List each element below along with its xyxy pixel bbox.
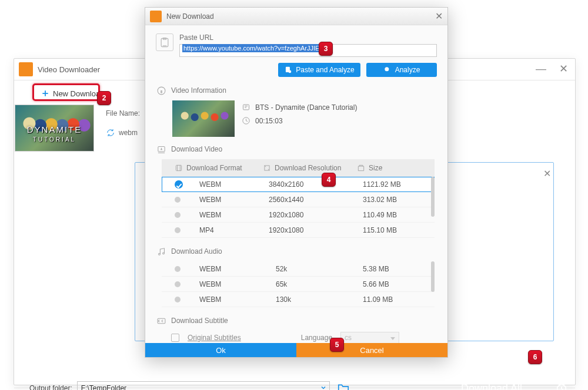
- resolution-icon: [263, 164, 271, 172]
- clock-icon: [242, 116, 250, 125]
- row-bitrate: 65k: [276, 280, 363, 288]
- original-subtitles-label[interactable]: Original Subtitles: [188, 334, 241, 342]
- video-title: BTS - Dynamite (Dance Tutorial): [255, 103, 357, 112]
- row-resolution: 2560x1440: [269, 196, 363, 204]
- row-format: WEBM: [199, 280, 276, 288]
- output-folder-path: F:\TempFolder: [81, 384, 126, 390]
- url-value: https://www.youtube.com/watch?v=fzeghArJ…: [182, 44, 320, 52]
- video-rows: WEBM 3840x2160 1121.92 MB WEBM 2560x1440…: [162, 177, 435, 238]
- section-download-subtitle: Download Subtitle: [156, 315, 437, 326]
- video-info-label: Video Information: [171, 86, 226, 95]
- download-all-label: Download All: [461, 382, 522, 391]
- analyze-label: Analyze: [395, 66, 420, 74]
- paste-analyze-label: Paste and Analyze: [296, 66, 354, 74]
- radio-icon: [175, 281, 181, 287]
- analyze-button[interactable]: Analyze: [366, 63, 437, 77]
- section-video-information: Video Information: [156, 85, 437, 96]
- scrollbar[interactable]: [431, 177, 435, 217]
- svg-point-12: [162, 252, 164, 254]
- size-icon: [357, 164, 365, 172]
- original-subtitles-checkbox[interactable]: [171, 334, 179, 342]
- video-row[interactable]: MP4 1920x1080 115.10 MB: [162, 223, 435, 238]
- browse-folder-button[interactable]: [337, 381, 350, 391]
- download-video-icon: [156, 144, 166, 154]
- language-label: Language: [301, 334, 332, 342]
- plus-icon: [41, 89, 49, 98]
- footer: Output folder: F:\TempFolder Download Al…: [14, 388, 575, 388]
- thumb-overlay: DYNAMITE TUTORIAL: [15, 125, 93, 144]
- row-format: WEBM: [199, 295, 276, 304]
- svg-point-4: [385, 67, 389, 71]
- svg-rect-6: [243, 105, 249, 110]
- radio-icon: [175, 227, 181, 233]
- video-grid-header: Download Format Download Resolution Size: [162, 159, 435, 177]
- audio-row[interactable]: WEBM 65k 5.66 MB: [162, 277, 435, 292]
- scrollbar[interactable]: [431, 261, 435, 292]
- video-row[interactable]: WEBM 1920x1080 110.49 MB: [162, 207, 435, 223]
- svg-point-3: [289, 70, 292, 73]
- queue-item[interactable]: DYNAMITE TUTORIAL File Name: webm: [15, 105, 140, 152]
- video-row[interactable]: WEBM 2560x1440 313.02 MB: [162, 192, 435, 207]
- cc-icon: [156, 315, 166, 326]
- row-resolution: 1920x1080: [269, 211, 363, 219]
- output-folder-label: Output folder:: [29, 384, 72, 390]
- paste-analyze-button[interactable]: Paste and Analyze: [278, 63, 360, 77]
- row-size: 11.09 MB: [363, 295, 427, 304]
- row-format: WEBM: [199, 196, 269, 204]
- col-size-label: Size: [369, 164, 382, 172]
- thumb-title: DYNAMITE: [15, 125, 93, 134]
- row-size: 313.02 MB: [363, 196, 427, 204]
- row-format: WEBM: [199, 265, 276, 273]
- language-value: cs: [345, 334, 352, 342]
- row-format: WEBM: [199, 211, 269, 219]
- dialog-footer: Ok Cancel: [145, 343, 447, 357]
- row-size: 5.66 MB: [363, 280, 427, 288]
- output-folder-input[interactable]: F:\TempFolder: [77, 381, 330, 390]
- audio-row[interactable]: WEBM 52k 5.38 MB: [162, 261, 435, 277]
- format-chip: webm: [119, 129, 138, 137]
- new-download-dialog: New Download ✕ Paste URL https://www.you…: [145, 7, 448, 358]
- cancel-button[interactable]: Cancel: [296, 343, 447, 357]
- col-format-label: Download Format: [186, 164, 242, 172]
- video-thumbnail: DYNAMITE TUTORIAL: [15, 105, 94, 152]
- video-info-thumbnail: [172, 100, 235, 137]
- download-video-label: Download Video: [171, 145, 222, 153]
- language-select[interactable]: cs: [340, 332, 399, 344]
- clipboard-url-icon: [156, 33, 173, 51]
- callout-badge-6: 6: [528, 350, 542, 364]
- row-resolution: 1920x1080: [269, 226, 363, 234]
- ok-button[interactable]: Ok: [145, 343, 296, 357]
- dialog-close-button[interactable]: ✕: [435, 11, 443, 22]
- row-bitrate: 52k: [276, 265, 363, 273]
- svg-point-11: [158, 253, 160, 255]
- dialog-title: New Download: [166, 12, 214, 21]
- section-download-audio: Download Audio: [156, 246, 437, 257]
- audio-row[interactable]: WEBM 130k 11.09 MB: [162, 292, 435, 307]
- cancel-label: Cancel: [360, 346, 383, 355]
- callout-badge-4: 4: [322, 173, 336, 187]
- refresh-icon: [106, 128, 115, 137]
- callout-badge-3: 3: [319, 42, 333, 56]
- radio-icon: [175, 212, 181, 218]
- file-name-label: File Name:: [106, 109, 140, 117]
- callout-badge-5: 5: [330, 338, 344, 352]
- minimize-button[interactable]: —: [536, 63, 546, 74]
- url-input[interactable]: https://www.youtube.com/watch?v=fzeghArJ…: [179, 44, 437, 57]
- svg-rect-9: [176, 165, 181, 170]
- row-format: WEBM: [199, 180, 269, 189]
- callout-badge-2: 2: [97, 91, 111, 105]
- section-download-video: Download Video: [156, 144, 437, 154]
- dialog-app-icon: [150, 11, 162, 22]
- audio-rows: WEBM 52k 5.38 MB WEBM 65k 5.66 MB WEBM 1…: [162, 261, 435, 307]
- col-resolution-label: Download Resolution: [275, 164, 341, 172]
- audio-icon: [156, 246, 166, 257]
- row-size: 115.10 MB: [363, 226, 427, 234]
- row-size: 5.38 MB: [363, 265, 427, 273]
- paste-url-label: Paste URL: [179, 33, 437, 42]
- remove-item-button[interactable]: ✕: [543, 168, 552, 176]
- video-row[interactable]: WEBM 3840x2160 1121.92 MB: [162, 177, 435, 192]
- close-button[interactable]: ✕: [559, 63, 568, 74]
- title-icon: [242, 103, 250, 112]
- download-audio-label: Download Audio: [171, 247, 222, 255]
- chevron-down-icon: [320, 384, 327, 390]
